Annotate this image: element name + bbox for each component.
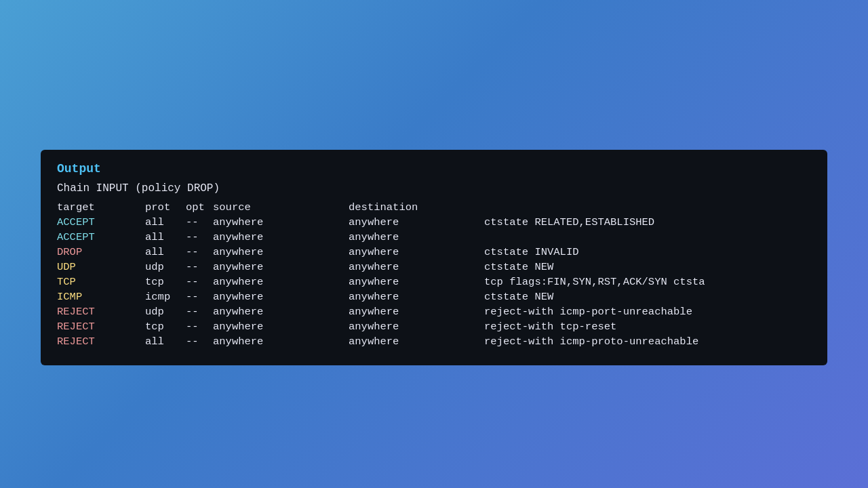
cell-source: anywhere	[213, 215, 349, 230]
cell-opt: --	[186, 319, 213, 334]
cell-opt: --	[186, 289, 213, 304]
cell-extra	[484, 230, 811, 245]
cell-target: REJECT	[57, 319, 145, 334]
cell-source: anywhere	[213, 260, 349, 274]
cell-extra: reject-with icmp-proto-unreachable	[484, 334, 811, 349]
cell-destination: anywhere	[349, 245, 484, 260]
cell-destination: anywhere	[349, 334, 484, 349]
output-label: Output	[57, 162, 811, 176]
terminal-window: Output Chain INPUT (policy DROP) target …	[41, 150, 827, 365]
cell-source: anywhere	[213, 230, 349, 245]
table-row: ICMPicmp--anywhereanywherectstate NEW	[57, 289, 811, 304]
cell-extra: reject-with icmp-port-unreachable	[484, 304, 811, 319]
chain-header: Chain INPUT (policy DROP)	[57, 182, 811, 195]
col-header-prot: prot	[145, 200, 186, 215]
col-header-destination: destination	[349, 200, 484, 215]
cell-extra: reject-with tcp-reset	[484, 319, 811, 334]
cell-source: anywhere	[213, 334, 349, 349]
cell-opt: --	[186, 215, 213, 230]
cell-extra: ctstate RELATED,ESTABLISHED	[484, 215, 811, 230]
cell-target: TCP	[57, 274, 145, 289]
cell-target: ACCEPT	[57, 230, 145, 245]
cell-opt: --	[186, 260, 213, 274]
table-row: REJECTall--anywhereanywherereject-with i…	[57, 334, 811, 349]
table-row: REJECTtcp--anywhereanywherereject-with t…	[57, 319, 811, 334]
cell-source: anywhere	[213, 304, 349, 319]
cell-destination: anywhere	[349, 230, 484, 245]
cell-opt: --	[186, 304, 213, 319]
cell-target: REJECT	[57, 304, 145, 319]
col-header-target: target	[57, 200, 145, 215]
cell-extra: ctstate INVALID	[484, 245, 811, 260]
table-header-row: target prot opt source destination	[57, 200, 811, 215]
cell-prot: udp	[145, 304, 186, 319]
table-row: TCPtcp--anywhereanywheretcp flags:FIN,SY…	[57, 274, 811, 289]
iptables-table: target prot opt source destination ACCEP…	[57, 200, 811, 349]
cell-destination: anywhere	[349, 319, 484, 334]
cell-source: anywhere	[213, 245, 349, 260]
cell-prot: all	[145, 215, 186, 230]
cell-destination: anywhere	[349, 215, 484, 230]
cell-prot: udp	[145, 260, 186, 274]
cell-destination: anywhere	[349, 274, 484, 289]
cell-prot: all	[145, 230, 186, 245]
cell-extra: ctstate NEW	[484, 260, 811, 274]
cell-opt: --	[186, 274, 213, 289]
cell-destination: anywhere	[349, 289, 484, 304]
cell-prot: tcp	[145, 319, 186, 334]
cell-prot: icmp	[145, 289, 186, 304]
cell-target: ICMP	[57, 289, 145, 304]
cell-source: anywhere	[213, 289, 349, 304]
table-row: REJECTudp--anywhereanywherereject-with i…	[57, 304, 811, 319]
cell-prot: tcp	[145, 274, 186, 289]
cell-destination: anywhere	[349, 304, 484, 319]
col-header-extra	[484, 200, 811, 215]
cell-opt: --	[186, 334, 213, 349]
table-row: DROPall--anywhereanywherectstate INVALID	[57, 245, 811, 260]
table-row: ACCEPTall--anywhereanywherectstate RELAT…	[57, 215, 811, 230]
cell-opt: --	[186, 245, 213, 260]
cell-source: anywhere	[213, 274, 349, 289]
table-row: UDPudp--anywhereanywherectstate NEW	[57, 260, 811, 274]
table-row: ACCEPTall--anywhereanywhere	[57, 230, 811, 245]
cell-prot: all	[145, 334, 186, 349]
cell-target: DROP	[57, 245, 145, 260]
cell-source: anywhere	[213, 319, 349, 334]
cell-extra: tcp flags:FIN,SYN,RST,ACK/SYN ctsta	[484, 274, 811, 289]
cell-prot: all	[145, 245, 186, 260]
cell-extra: ctstate NEW	[484, 289, 811, 304]
col-header-source: source	[213, 200, 349, 215]
cell-target: REJECT	[57, 334, 145, 349]
cell-opt: --	[186, 230, 213, 245]
cell-target: ACCEPT	[57, 215, 145, 230]
cell-destination: anywhere	[349, 260, 484, 274]
cell-target: UDP	[57, 260, 145, 274]
col-header-opt: opt	[186, 200, 213, 215]
